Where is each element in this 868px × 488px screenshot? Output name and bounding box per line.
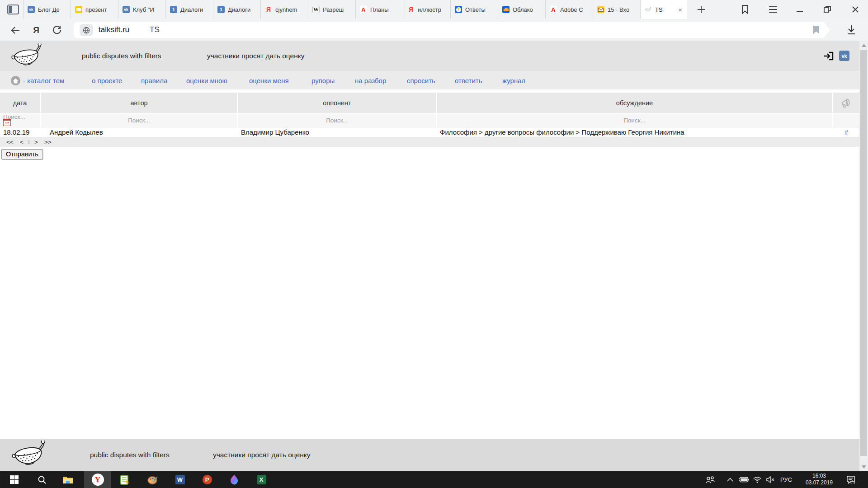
column-header-discussion[interactable]: обсуждение — [437, 93, 832, 113]
nav-about[interactable]: о проекте — [92, 71, 122, 90]
table-row[interactable]: 18.02.19 Андрей Кодылев Владимир Цубарен… — [0, 127, 859, 137]
page-last[interactable]: >> — [44, 137, 52, 147]
search-icon[interactable] — [32, 471, 52, 488]
nav-catalog[interactable]: - каталог тем — [23, 71, 64, 90]
new-tab-button[interactable] — [695, 4, 707, 15]
nav-rules[interactable]: правила — [141, 71, 167, 90]
tab[interactable]: vkКлуб "И — [118, 0, 165, 19]
paint-app-icon[interactable] — [143, 471, 163, 488]
notepad-app-icon[interactable] — [115, 471, 135, 488]
nav-journal[interactable]: журнал — [502, 71, 525, 90]
tab[interactable]: AAdobe C — [545, 0, 593, 19]
browser-address-bar: Я talksift.ru TS — [0, 19, 868, 41]
yellow-doc-icon — [75, 6, 82, 13]
refresh-icon[interactable] — [52, 25, 62, 36]
yandex-browser-icon[interactable]: Y — [88, 471, 108, 488]
tab[interactable]: Облако — [498, 0, 545, 19]
vk-login-icon[interactable]: vk — [839, 51, 849, 61]
author-filter-input[interactable] — [41, 113, 237, 127]
tab[interactable]: 15 · Вхо — [593, 0, 640, 19]
column-header-opponent[interactable]: оппонент — [238, 93, 436, 113]
row-author: Андрей Кодылев — [50, 127, 103, 138]
opponent-filter-cell — [238, 113, 436, 127]
excel-app-icon[interactable]: X — [251, 471, 271, 488]
home-icon[interactable] — [11, 76, 20, 85]
footer-tagline-en: public disputes with filters — [90, 439, 170, 471]
powerpoint-app-icon[interactable]: P — [197, 471, 217, 488]
discussion-filter-cell — [437, 113, 832, 127]
omnibox-edge — [824, 22, 830, 38]
discussion-filter-input[interactable] — [437, 113, 832, 127]
opponent-filter-input[interactable] — [238, 113, 436, 127]
page-prev[interactable]: < — [20, 137, 24, 147]
back-icon[interactable] — [10, 25, 21, 36]
clock[interactable]: 16:03 03.07.2019 — [798, 473, 840, 486]
nav-ratings-of-me[interactable]: оценки меня — [249, 71, 289, 90]
tray-expand-chevron-icon[interactable] — [723, 471, 737, 488]
site-tagline-en: public disputes with filters — [82, 41, 161, 71]
tab-active-ts[interactable]: TS × — [640, 0, 687, 19]
tab[interactable]: WРазреш — [308, 0, 355, 19]
site-footer: public disputes with filters участники п… — [0, 439, 859, 471]
footer-logo-colander[interactable] — [10, 441, 50, 469]
wifi-icon[interactable] — [750, 471, 764, 488]
menu-icon[interactable] — [767, 4, 779, 15]
collections-flag-icon[interactable] — [739, 4, 751, 15]
tab[interactable]: ?Ответы — [450, 0, 498, 19]
site-logo-colander[interactable] — [10, 43, 45, 70]
minimize-window-icon[interactable] — [794, 4, 806, 15]
mail-icon — [597, 6, 604, 13]
tab[interactable]: AПланы — [355, 0, 403, 19]
battery-icon[interactable] — [736, 471, 751, 488]
nav-ratings-by-me[interactable]: оценки мною — [186, 71, 227, 90]
people-tray-icon[interactable] — [703, 471, 718, 488]
row-discussion: Философия > другие вопросы философии > П… — [440, 127, 684, 138]
nav-answer[interactable]: ответить — [455, 71, 482, 90]
scroll-down-icon[interactable] — [862, 465, 866, 469]
language-indicator[interactable]: РУС — [780, 471, 792, 488]
site-header: public disputes with filters участники п… — [0, 41, 859, 71]
calendar-icon[interactable]: 17 — [3, 120, 11, 126]
tab[interactable]: 1Диалоги — [165, 0, 213, 19]
scroll-up-icon[interactable] — [862, 44, 866, 47]
page-scrollbar[interactable] — [859, 41, 868, 471]
login-icon[interactable] — [823, 51, 834, 63]
megaphone-icon[interactable] — [833, 93, 859, 113]
badge-one-icon: 1 — [170, 6, 177, 13]
submit-button[interactable]: Отправить — [1, 149, 43, 160]
word-app-icon[interactable]: W — [170, 471, 190, 488]
action-center-icon[interactable] — [842, 471, 860, 488]
tab[interactable]: презент — [71, 0, 118, 19]
url-domain: talksift.ru — [99, 25, 129, 34]
row-anchor-link[interactable]: # — [833, 127, 859, 138]
address-input[interactable]: talksift.ru TS — [74, 22, 824, 38]
tab[interactable]: vkБлог Де — [23, 0, 71, 19]
tab[interactable]: Яиллюстр — [403, 0, 450, 19]
yandex-icon: Я — [265, 6, 272, 13]
colander-icon — [645, 6, 652, 13]
column-header-date[interactable]: дата — [0, 93, 40, 113]
tab[interactable]: 1Диалоги — [213, 0, 260, 19]
column-header-author[interactable]: автор — [41, 93, 237, 113]
paint3d-app-icon[interactable] — [224, 471, 244, 488]
close-tab-icon[interactable]: × — [677, 6, 683, 14]
filter-spacer-cell — [833, 113, 859, 127]
table-header-row: дата автор оппонент обсуждение — [0, 93, 859, 113]
scrollbar-thumb[interactable] — [860, 50, 867, 456]
file-explorer-icon[interactable] — [58, 471, 78, 488]
nav-rupory[interactable]: рупоры — [311, 71, 335, 90]
start-button-icon[interactable] — [4, 471, 24, 488]
tab[interactable]: Яcjynhem — [260, 0, 308, 19]
page-first[interactable]: << — [6, 137, 14, 147]
bookmark-icon[interactable] — [813, 26, 820, 36]
volume-muted-icon[interactable] — [763, 471, 778, 488]
sidebar-toggle-icon[interactable] — [7, 5, 19, 14]
page-next[interactable]: > — [34, 137, 38, 147]
nav-ask[interactable]: спросить — [407, 71, 435, 90]
download-icon[interactable] — [846, 24, 856, 37]
nav-na-razbor[interactable]: на разбор — [355, 71, 386, 90]
yandex-button-icon[interactable]: Я — [31, 25, 42, 36]
restore-window-icon[interactable] — [821, 4, 833, 15]
close-window-icon[interactable] — [849, 4, 861, 15]
site-globe-icon[interactable] — [80, 24, 93, 36]
